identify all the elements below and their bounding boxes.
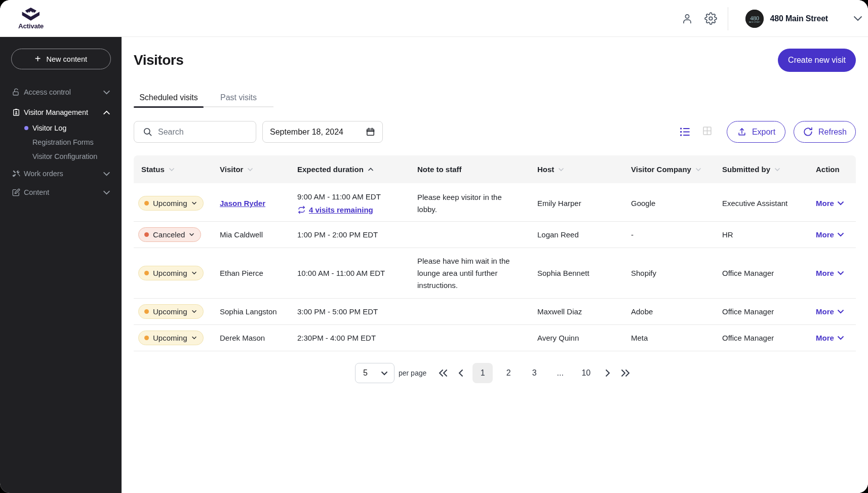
- svg-text:MAIN STREET: MAIN STREET: [748, 21, 760, 23]
